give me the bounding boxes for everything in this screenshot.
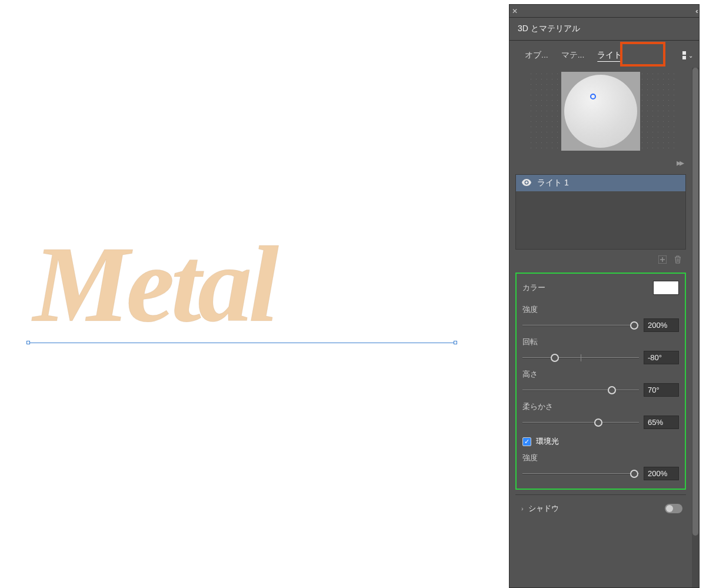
- scroll-thumb[interactable]: [692, 68, 698, 536]
- row-softness: 柔らかさ 65%: [522, 398, 679, 430]
- row-rotation: 回転 -80°: [522, 333, 679, 366]
- ambient-intensity-slider[interactable]: [522, 469, 639, 479]
- panel-top-bar: ✕ ‹‹: [509, 5, 699, 18]
- softness-label: 柔らかさ: [522, 401, 679, 412]
- canvas-area[interactable]: Metal: [0, 0, 509, 588]
- softness-value[interactable]: 65%: [644, 416, 679, 429]
- chevron-right-icon: ›: [521, 505, 524, 512]
- ambient-intensity-value[interactable]: 200%: [644, 467, 679, 480]
- intensity-slider[interactable]: [522, 321, 639, 330]
- color-label: カラー: [522, 283, 545, 293]
- row-shadow[interactable]: › シャドウ: [515, 494, 686, 520]
- add-light-icon[interactable]: [658, 255, 667, 265]
- shadow-toggle[interactable]: [665, 504, 682, 513]
- shadow-label: シャドウ: [528, 503, 559, 514]
- intensity-value[interactable]: 200%: [644, 318, 679, 332]
- height-value[interactable]: 70°: [644, 383, 679, 397]
- trackball-tile[interactable]: [561, 72, 640, 151]
- rotation-label: 回転: [522, 337, 679, 347]
- tab-lights[interactable]: ライト: [592, 48, 627, 63]
- light-trackball-area: [515, 68, 686, 152]
- render-settings-icon[interactable]: ⌄: [682, 50, 693, 61]
- panel-column: ✕ ‹‹ 3D とマテリアル オブ... マテ... ライト ⌄: [509, 0, 706, 588]
- height-label: 高さ: [522, 369, 679, 380]
- color-swatch[interactable]: [653, 281, 679, 295]
- light-item-label: ライト 1: [537, 178, 569, 188]
- row-ambient-intensity: 強度 200%: [522, 449, 679, 481]
- intensity-label: 強度: [522, 304, 679, 315]
- panel-3d-materials: ✕ ‹‹ 3D とマテリアル オブ... マテ... ライト ⌄: [509, 4, 700, 588]
- annotation-highlight-green: カラー 強度 200% 回: [515, 273, 686, 490]
- ambient-checkbox[interactable]: ✓: [522, 437, 531, 446]
- trackball-light-marker[interactable]: [590, 94, 596, 99]
- close-icon[interactable]: ✕: [512, 8, 519, 15]
- trackball-grid: [527, 70, 674, 152]
- collapse-icon[interactable]: ‹‹: [695, 7, 697, 15]
- artwork-metal-text[interactable]: Metal: [33, 230, 275, 338]
- softness-slider[interactable]: [522, 418, 639, 427]
- expand-preview-icon[interactable]: ▸▸: [515, 152, 686, 174]
- selection-baseline: [28, 343, 455, 343]
- toggle-knob: [666, 505, 673, 512]
- svg-point-0: [525, 181, 528, 184]
- trackball-sphere[interactable]: [564, 75, 637, 148]
- delete-light-icon[interactable]: [673, 255, 682, 265]
- ambient-intensity-label: 強度: [522, 453, 679, 463]
- lights-list: ライト 1: [515, 174, 686, 250]
- ambient-label: 環境光: [536, 436, 559, 447]
- visibility-icon[interactable]: [522, 178, 531, 188]
- tab-objects[interactable]: オブ...: [520, 48, 553, 63]
- scrollbar[interactable]: [692, 68, 699, 587]
- tab-materials[interactable]: マテ...: [557, 48, 590, 63]
- height-slider[interactable]: [522, 386, 639, 395]
- annotation-highlight-orange: [620, 42, 665, 67]
- row-height: 高さ 70°: [522, 366, 679, 398]
- selection-handle-right[interactable]: [454, 341, 457, 344]
- row-ambient[interactable]: ✓ 環境光: [522, 430, 679, 449]
- row-color: カラー: [522, 280, 679, 301]
- panel-title: 3D とマテリアル: [509, 18, 699, 41]
- rotation-slider[interactable]: [522, 353, 639, 363]
- selection-handle-left[interactable]: [26, 341, 30, 344]
- rotation-value[interactable]: -80°: [644, 351, 679, 364]
- light-item-1[interactable]: ライト 1: [516, 175, 685, 191]
- row-intensity: 強度 200%: [522, 301, 679, 333]
- lights-list-actions: [515, 250, 686, 271]
- tabs-bar: オブ... マテ... ライト ⌄: [509, 41, 699, 68]
- panel-body: ▸▸ ライト 1: [509, 68, 699, 587]
